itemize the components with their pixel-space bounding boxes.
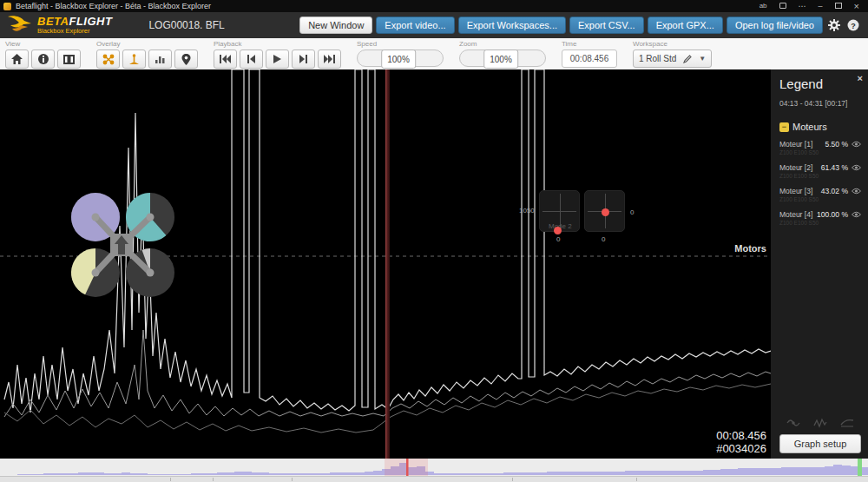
log-file-name: LOG00018. BFL <box>148 19 299 31</box>
more-icon[interactable]: ⋯ <box>799 0 806 12</box>
home-view-button[interactable] <box>5 50 29 69</box>
table-view-button[interactable] <box>57 50 81 69</box>
current-time-value: 00:08.456 <box>716 430 766 443</box>
legend-close-icon[interactable]: × <box>858 73 863 83</box>
motors-group-label: Motors <box>734 243 766 254</box>
seekbar[interactable] <box>0 459 868 476</box>
visibility-eye-icon[interactable] <box>852 164 861 171</box>
export-video-button[interactable]: Export video... <box>376 17 454 34</box>
jump-end-button[interactable] <box>318 50 341 69</box>
logo-accent-text: BETA <box>37 15 69 28</box>
graph-setup-button[interactable]: Graph setup <box>779 434 861 453</box>
field-name[interactable]: Moteur [1] <box>779 140 825 149</box>
field-value: 43.02 % <box>821 187 848 195</box>
play-button[interactable] <box>266 50 289 69</box>
craft-overlay <box>52 183 191 305</box>
legend-item-motor2: Moteur [2] 61.43 % Z100 E100 S50 <box>779 163 861 179</box>
craft-overlay-button[interactable] <box>96 50 120 69</box>
settings-gear-icon[interactable] <box>826 17 842 33</box>
left-stick-box: Mode 2 <box>539 190 580 232</box>
export-gpx-button[interactable]: Export GPX... <box>648 17 723 34</box>
home-icon <box>11 54 23 64</box>
current-time-display: 00:08.456 #0034026 <box>716 430 766 456</box>
right-stick-side-value: 0 <box>630 208 634 216</box>
field-curve-settings: Z100 E100 S50 <box>779 220 861 226</box>
time-input[interactable] <box>562 50 617 68</box>
open-log-file-button[interactable]: Open log file/video <box>727 17 823 34</box>
collapse-group-icon[interactable]: − <box>779 122 789 132</box>
current-frame-value: #0034026 <box>716 443 766 456</box>
field-name[interactable]: Moteur [3] <box>779 187 821 195</box>
help-icon[interactable]: ? <box>845 17 861 33</box>
playhead-cursor[interactable] <box>385 69 390 459</box>
view-group-label: View <box>5 40 81 48</box>
speed-slider[interactable]: 100% <box>357 50 444 67</box>
right-stick-bottom-value: 0 <box>602 235 605 243</box>
craft-icon <box>102 54 115 65</box>
legend-item-motor4: Moteur [4] 100.00 % Z100 E100 S50 <box>779 210 861 226</box>
jump-start-button[interactable] <box>214 50 237 69</box>
playback-group: Playback <box>214 40 341 69</box>
visibility-eye-icon[interactable] <box>852 211 861 218</box>
workspace-selected-value: 1 Roll Std <box>639 54 676 63</box>
field-name[interactable]: Moteur [4] <box>779 210 817 219</box>
right-stick-dot <box>602 208 609 216</box>
smoothing-curve-icon[interactable] <box>840 417 854 429</box>
overlay-group-label: Overlay <box>96 40 198 48</box>
legend-item-motor3: Moteur [3] 43.02 % Z100 E100 S50 <box>779 187 861 202</box>
new-window-button[interactable]: New Window <box>299 17 372 34</box>
zoom-group-label: Zoom <box>459 40 546 48</box>
stats-view-button[interactable] <box>31 50 55 69</box>
betaflight-bee-icon <box>7 15 33 36</box>
field-curve-settings: Z100 E100 S50 <box>779 173 861 179</box>
map-overlay-button[interactable] <box>174 50 198 69</box>
step-back-button[interactable] <box>240 50 263 69</box>
close-icon[interactable]: × <box>854 0 859 12</box>
window-title: Betaflight - Blackbox Explorer - Béta - … <box>16 2 760 10</box>
bottom-scroll-strip[interactable] <box>0 476 868 482</box>
os-title-bar: Betaflight - Blackbox Explorer - Béta - … <box>0 0 868 12</box>
logo-subtitle: Blackbox Explorer <box>37 28 112 35</box>
expo-curve-icon[interactable] <box>813 417 827 429</box>
sticks-icon <box>128 54 140 65</box>
analyser-overlay-button[interactable] <box>148 50 172 69</box>
left-stick-dot <box>554 227 562 234</box>
export-workspaces-button[interactable]: Export Workspaces... <box>458 17 566 34</box>
field-curve-settings: Z100 E100 S50 <box>779 149 861 155</box>
speed-group: Speed 100% <box>357 40 444 67</box>
zoom-slider[interactable]: 100% <box>459 50 546 67</box>
play-icon <box>273 55 281 63</box>
step-forward-button[interactable] <box>292 50 315 69</box>
speed-group-label: Speed <box>357 40 444 48</box>
edit-pencil-icon[interactable] <box>683 55 692 63</box>
map-pin-icon <box>181 54 191 65</box>
pip-icon[interactable] <box>779 0 786 12</box>
right-stick-box <box>584 190 625 232</box>
export-csv-button[interactable]: Export CSV... <box>569 17 644 34</box>
zoom-curve-icon[interactable] <box>786 417 800 429</box>
field-name[interactable]: Moteur [2] <box>779 163 821 172</box>
zoom-slider-handle[interactable]: 100% <box>483 50 518 69</box>
visibility-eye-icon[interactable] <box>852 141 861 148</box>
maximize-icon[interactable] <box>835 0 842 12</box>
throttle-value-label: 1050 <box>519 207 535 215</box>
legend-group-name: Moteurs <box>792 122 827 132</box>
tab-search-icon[interactable]: ab <box>760 0 767 12</box>
minimize-icon[interactable]: – <box>819 0 823 12</box>
legend-panel: × Legend 04:13 - 04:31 [00:17] − Moteurs… <box>771 69 868 459</box>
sticks-overlay-button[interactable] <box>122 50 146 69</box>
graph-canvas[interactable]: 1050 Mode 2 0 0 0 Motors 00:08.456 #0034… <box>0 69 771 459</box>
field-value: 100.00 % <box>817 210 848 219</box>
visibility-eye-icon[interactable] <box>852 188 861 195</box>
legend-title: Legend <box>779 76 861 91</box>
playback-group-label: Playback <box>214 40 341 48</box>
speed-slider-handle[interactable]: 100% <box>381 50 416 69</box>
motors-legend-group[interactable]: − Moteurs <box>779 122 861 132</box>
workspace-dropdown[interactable]: 1 Roll Std ▼ <box>633 50 712 68</box>
workspace-group-label: Workspace <box>633 40 712 48</box>
main-area: 1050 Mode 2 0 0 0 Motors 00:08.456 #0034… <box>0 69 868 459</box>
table-icon <box>63 55 75 64</box>
app-icon <box>3 3 11 10</box>
workspace-group: Workspace 1 Roll Std ▼ <box>633 40 712 68</box>
chevron-down-icon[interactable]: ▼ <box>699 55 706 63</box>
